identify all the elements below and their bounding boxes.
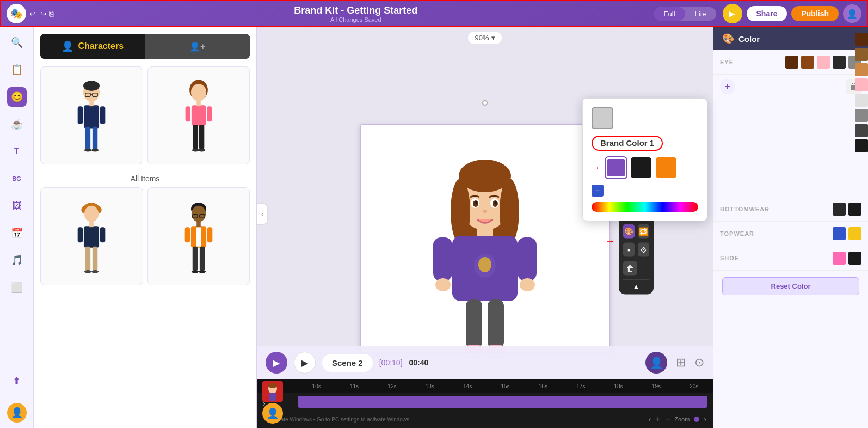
share-button[interactable]: Share — [747, 6, 787, 21]
svg-point-26 — [84, 206, 99, 222]
eye-swatch-2[interactable] — [801, 56, 814, 69]
scene-label[interactable]: Scene 2 — [322, 354, 373, 372]
swap-icon[interactable]: 🔁 — [638, 224, 649, 238]
undo-icon[interactable]: ↩ — [29, 9, 36, 18]
edge-swatch-4[interactable] — [855, 78, 868, 91]
edge-swatch-3[interactable] — [855, 63, 868, 76]
add-character-icon: 👤+ — [189, 41, 205, 52]
character-card-1[interactable] — [40, 66, 143, 164]
timeline-prev-icon[interactable]: ‹ — [649, 415, 651, 424]
svg-point-36 — [192, 206, 206, 222]
svg-rect-34 — [100, 227, 105, 242]
zoom-control[interactable]: 90% ▾ — [468, 32, 501, 44]
reset-color-button[interactable]: Reset Color — [722, 277, 859, 295]
edge-swatch-8[interactable] — [855, 139, 868, 152]
sidebar-item-shapes[interactable]: ⬜ — [7, 278, 27, 297]
sidebar-item-scenes[interactable]: 📋 — [7, 60, 27, 80]
trash-icon[interactable]: 🗑 — [623, 261, 637, 275]
character-card-2[interactable] — [147, 66, 250, 164]
svg-rect-18 — [199, 125, 204, 149]
timeline-next-icon[interactable]: › — [704, 415, 706, 424]
sidebar-item-media[interactable]: 🖼 — [7, 196, 27, 216]
canvas-frame[interactable] — [360, 124, 610, 353]
tab-characters[interactable]: 👤 Characters — [40, 34, 145, 59]
sidebar-item-search[interactable]: 🔍 — [7, 33, 27, 52]
svg-rect-41 — [196, 227, 201, 247]
bottomwear-swatches — [833, 203, 861, 216]
svg-point-60 — [483, 210, 487, 213]
layer-icon[interactable]: ▪ — [623, 242, 635, 256]
bottom-left-user-avatar[interactable]: 👤 — [262, 403, 283, 424]
shoe-swatch-1[interactable] — [833, 252, 846, 265]
canvas-area: 90% ▾ — [257, 27, 713, 428]
grid-icon-scene[interactable]: ⊞ — [676, 356, 686, 370]
timeline-plus-icon[interactable]: + — [656, 414, 661, 424]
svg-rect-65 — [433, 237, 452, 281]
gear-icon[interactable]: ⚙ — [638, 242, 649, 256]
sidebar-item-text[interactable]: T — [7, 142, 27, 161]
zoom-dropdown-icon: ▾ — [491, 34, 495, 42]
bottomwear-swatch-2[interactable] — [848, 203, 861, 216]
edge-swatch-1[interactable] — [855, 33, 868, 46]
topwear-swatch-2[interactable] — [848, 227, 861, 240]
right-edge-color-strip — [853, 30, 868, 155]
svg-rect-17 — [193, 125, 198, 149]
character-card-3[interactable] — [40, 187, 143, 285]
preview-play-button[interactable]: ▶ — [723, 4, 742, 23]
redo-icon[interactable]: ↪ — [40, 9, 47, 18]
character-card-4[interactable] — [147, 187, 250, 285]
edge-swatch-7[interactable] — [855, 124, 868, 137]
play-button-secondary[interactable]: ▶ — [294, 352, 316, 374]
sidebar-item-background[interactable]: BG — [7, 169, 27, 188]
timeline-minus-icon[interactable]: − — [665, 414, 670, 424]
eye-swatch-1[interactable] — [785, 56, 798, 69]
ruler-17s: 17s — [562, 383, 600, 389]
view-lite-button[interactable]: Lite — [685, 7, 716, 21]
svg-point-1 — [83, 81, 100, 91]
eye-swatch-4[interactable] — [833, 56, 846, 69]
palette-icon[interactable]: 🎨 — [623, 224, 635, 238]
topwear-swatch-1[interactable] — [833, 227, 846, 240]
ruler-14s: 14s — [448, 383, 486, 389]
title-area: Brand Kit - Getting Started All Changes … — [58, 5, 654, 23]
publish-button[interactable]: Publish — [791, 6, 839, 21]
view-full-button[interactable]: Full — [654, 7, 685, 21]
edge-swatch-5[interactable] — [855, 94, 868, 107]
timeline-track[interactable] — [298, 396, 707, 408]
svg-rect-33 — [78, 227, 83, 242]
sidebar-item-props[interactable]: ☕ — [7, 114, 27, 134]
time-current: [00:10] — [379, 358, 403, 367]
edge-swatch-6[interactable] — [855, 109, 868, 122]
bottomwear-swatch-1[interactable] — [833, 203, 846, 216]
svg-rect-43 — [193, 247, 198, 271]
toolbar-collapse-icon[interactable]: ▲ — [623, 279, 649, 290]
all-items-label: All Items — [40, 170, 250, 187]
panel-collapse-button[interactable]: ‹ — [257, 203, 268, 225]
character-svg-1 — [70, 75, 113, 156]
sidebar-item-audio[interactable]: 🎵 — [7, 250, 27, 270]
copy-icon[interactable]: ⎘ — [49, 9, 53, 18]
tab-add-character[interactable]: 👤+ — [145, 34, 250, 59]
sidebar-item-calendar[interactable]: 📅 — [7, 223, 27, 243]
eye-swatch-3[interactable] — [817, 56, 830, 69]
svg-rect-28 — [90, 222, 94, 227]
user-avatar[interactable]: 👤 — [843, 4, 861, 23]
sidebar-item-upload[interactable]: ⬆ — [7, 371, 27, 391]
character-thumbnail-bottom[interactable] — [262, 381, 283, 402]
character-thumb-svg — [262, 381, 283, 402]
app-logo[interactable]: 🎭 — [7, 4, 26, 23]
svg-rect-70 — [488, 299, 504, 348]
sidebar-item-user-profile[interactable]: 👤 — [7, 403, 27, 423]
svg-point-74 — [268, 383, 277, 388]
camera-icon-scene[interactable]: ⊙ — [694, 356, 704, 370]
svg-point-52 — [500, 179, 519, 244]
edge-swatch-2[interactable] — [855, 48, 868, 61]
add-color-button[interactable]: + — [720, 79, 735, 94]
character-avatar-scene[interactable]: 👤 — [645, 352, 667, 374]
shoe-swatch-2[interactable] — [848, 252, 861, 265]
color-palette-icon: 🎨 — [722, 33, 734, 45]
sidebar-item-characters[interactable]: 😊 — [7, 87, 27, 107]
svg-point-67 — [435, 278, 451, 291]
play-button-main[interactable]: ▶ — [266, 352, 287, 374]
svg-point-14 — [191, 84, 206, 101]
